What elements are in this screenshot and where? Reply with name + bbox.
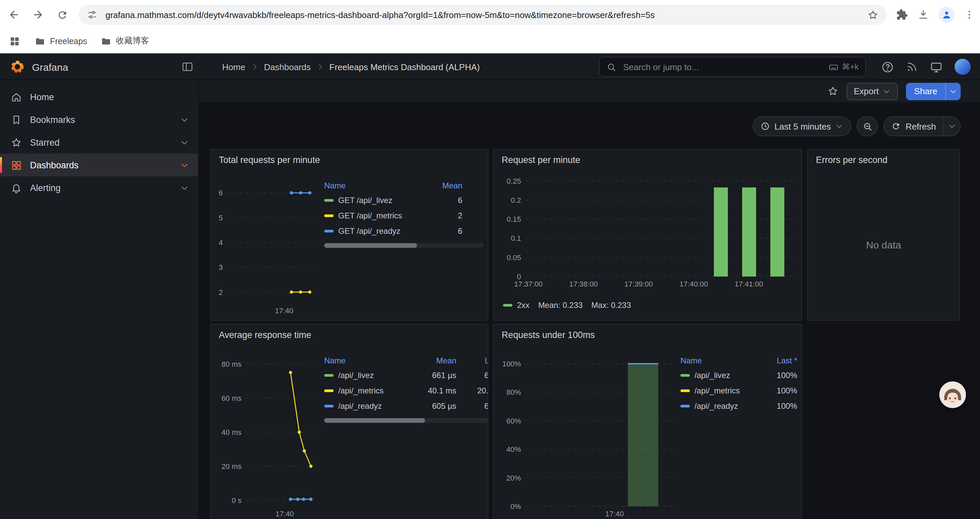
forward-button[interactable] xyxy=(28,5,48,25)
chevron-down-icon[interactable] xyxy=(180,161,189,169)
zoom-out-icon xyxy=(862,121,873,131)
chevron-down-icon xyxy=(948,122,956,130)
svg-text:17:40: 17:40 xyxy=(275,509,294,518)
brand[interactable]: Grafana xyxy=(10,53,68,80)
legend-value: 100% xyxy=(765,401,797,410)
legend-row: GET /api/_readyz6 xyxy=(324,223,484,238)
breadcrumb-home[interactable]: Home xyxy=(222,62,245,72)
sidebar-item-label: Dashboards xyxy=(30,160,172,170)
breadcrumb-dashboards[interactable]: Dashboards xyxy=(264,62,310,72)
legend-row: /api/_metrics40.1 ms20.5 r xyxy=(324,383,488,398)
svg-text:0 s: 0 s xyxy=(232,496,242,505)
legend-table: NameLast */api/_livez100%/api/_metrics10… xyxy=(681,354,797,414)
reload-button[interactable] xyxy=(52,5,72,25)
legend-series-label[interactable]: /api/_livez xyxy=(681,370,765,380)
panel-total-requests-per-minute: Total requests per minute 6543217:40 Nam… xyxy=(210,149,488,321)
legend-stat-mean: Mean: 0.233 xyxy=(538,300,582,310)
browser-menu-icon[interactable] xyxy=(964,10,975,20)
svg-text:40%: 40% xyxy=(506,445,521,454)
chevron-down-icon[interactable] xyxy=(180,184,189,192)
legend-series-label[interactable]: GET /api/_livez xyxy=(324,195,421,205)
legend-column[interactable]: Name xyxy=(324,356,415,366)
svg-text:60 ms: 60 ms xyxy=(221,394,242,402)
legend-column[interactable]: Last * xyxy=(765,356,797,366)
legend-row: /api/_readyz100% xyxy=(681,398,797,414)
bookmark-star-icon[interactable] xyxy=(867,9,878,21)
sidebar-item-dashboards[interactable]: Dashboards xyxy=(0,153,198,176)
legend-series-label[interactable]: /api/_metrics xyxy=(324,386,415,395)
legend-column[interactable]: Mean xyxy=(421,181,462,190)
bookmark-label: 收藏博客 xyxy=(116,35,149,47)
legend-series-label[interactable]: /api/_readyz xyxy=(324,401,415,410)
legend-scrollbar[interactable] xyxy=(324,243,484,248)
chevron-down-icon[interactable] xyxy=(180,138,189,147)
share-menu-button[interactable] xyxy=(945,83,961,100)
series-color-chip xyxy=(681,404,690,407)
chevron-down-icon[interactable] xyxy=(180,115,189,124)
sidebar-item-bookmarks[interactable]: Bookmarks xyxy=(0,108,198,131)
sidebar-item-starred[interactable]: Starred xyxy=(0,131,198,153)
refresh-split-button: Refresh xyxy=(884,116,961,136)
dashboard-canvas: Last 5 minutes Refresh xyxy=(199,102,980,519)
legend-series-label[interactable]: GET /api/_metrics xyxy=(324,211,421,220)
refresh-interval-button[interactable] xyxy=(943,117,960,136)
panel-title[interactable]: Average response time xyxy=(219,330,311,340)
url-text[interactable]: grafana.mathmast.com/d/deytv4rwavabkb/fr… xyxy=(105,10,862,20)
back-button[interactable] xyxy=(4,5,24,25)
panel-title[interactable]: Total requests per minute xyxy=(219,155,320,165)
apps-grid-icon[interactable] xyxy=(10,36,20,46)
bar-chart[interactable]: 0.250.20.150.10.05017:37:0017:38:0017:39… xyxy=(498,170,799,290)
sidebar-item-alerting[interactable]: Alerting xyxy=(0,176,198,199)
site-info-icon[interactable] xyxy=(87,10,97,20)
browser-profile-avatar[interactable] xyxy=(939,7,955,23)
bookmark-folder-freeleaps[interactable]: Freeleaps xyxy=(28,33,94,49)
share-button[interactable]: Share xyxy=(906,83,945,100)
bar-chart[interactable]: 100%80%60%40%20%0%17:40 xyxy=(498,351,678,519)
legend-column[interactable]: Name xyxy=(324,181,421,190)
panel-title[interactable]: Requests under 100ms xyxy=(502,330,595,340)
downloads-icon[interactable] xyxy=(917,9,929,21)
news-rss-icon[interactable] xyxy=(906,61,918,73)
svg-text:20 ms: 20 ms xyxy=(221,462,242,471)
legend-column[interactable]: Mean xyxy=(415,356,456,366)
legend-value: 40.1 ms xyxy=(415,386,456,395)
bookmark-folder-blogs[interactable]: 收藏博客 xyxy=(94,33,156,50)
legend-series-label[interactable]: /api/_livez xyxy=(324,370,415,380)
refresh-button[interactable]: Refresh xyxy=(884,117,943,136)
sidebar-toggle-icon[interactable] xyxy=(181,61,194,73)
legend-series-label[interactable]: GET /api/_readyz xyxy=(324,226,421,235)
line-chart[interactable]: 6543217:40 xyxy=(213,175,323,316)
scrollbar-thumb[interactable] xyxy=(324,243,417,248)
panel-title[interactable]: Request per minute xyxy=(502,155,581,165)
assistant-avatar[interactable] xyxy=(939,382,966,408)
help-icon[interactable] xyxy=(881,61,894,73)
search-input[interactable] xyxy=(622,61,829,72)
legend-series-label[interactable]: /api/_metrics xyxy=(681,386,765,395)
panel-average-response-time: Average response time 80 ms60 ms40 ms20 … xyxy=(210,324,488,519)
sidebar-item-label: Starred xyxy=(30,137,172,147)
user-avatar[interactable] xyxy=(955,59,970,75)
chevron-right-icon xyxy=(250,63,259,71)
export-button[interactable]: Export xyxy=(846,83,898,100)
scrollbar-thumb[interactable] xyxy=(324,418,425,423)
legend-column[interactable]: Name xyxy=(681,356,765,366)
time-range-picker[interactable]: Last 5 minutes xyxy=(752,116,851,136)
search-bar[interactable]: ⌘+k xyxy=(599,57,866,77)
panel-title[interactable]: Errors per second xyxy=(816,155,888,165)
sidebar-item-home[interactable]: Home xyxy=(0,86,198,108)
zoom-out-button[interactable] xyxy=(857,116,878,136)
line-chart[interactable]: 80 ms60 ms40 ms20 ms0 s17:40 xyxy=(213,351,323,519)
legend-series-label[interactable]: /api/_readyz xyxy=(681,401,765,410)
svg-text:80%: 80% xyxy=(506,388,521,396)
folder-icon xyxy=(100,36,111,46)
legend-column[interactable]: Las xyxy=(456,356,488,366)
legend-series-label[interactable]: 2xx xyxy=(517,300,529,310)
legend-scrollbar[interactable] xyxy=(324,418,488,423)
favorite-star-icon[interactable] xyxy=(827,86,838,97)
extensions-icon[interactable] xyxy=(896,9,908,21)
display-icon[interactable] xyxy=(930,61,943,73)
legend-value: 646 xyxy=(456,370,488,380)
url-bar[interactable]: grafana.mathmast.com/d/deytv4rwavabkb/fr… xyxy=(79,5,886,25)
chevron-right-icon xyxy=(316,63,324,71)
legend-row: /api/_metrics100% xyxy=(681,383,797,398)
